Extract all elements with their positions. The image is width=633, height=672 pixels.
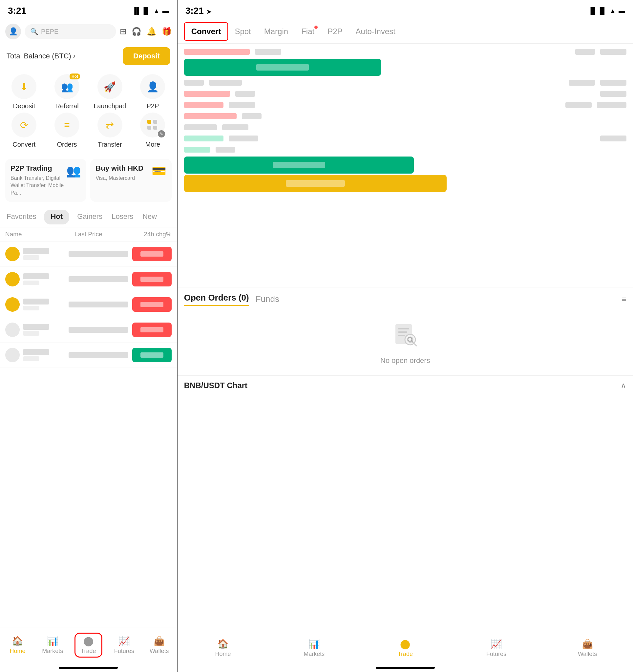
svg-rect-2 xyxy=(398,331,407,333)
coin-name-blur xyxy=(23,349,49,355)
tab-fiat[interactable]: Fiat xyxy=(295,23,321,40)
bottom-nav-right: 🏠 Home 📊 Markets ⬤ Trade 📈 Futures 👜 Wal… xyxy=(178,633,633,667)
tab-favorites[interactable]: Favorites xyxy=(5,210,38,224)
action-p2p[interactable]: 👤 P2P xyxy=(133,74,173,110)
hkd-banner-text: Buy with HKD Visa, Mastercard xyxy=(95,164,143,182)
chart-section[interactable]: BNB/USDT Chart ∧ xyxy=(178,375,633,395)
hkd-banner[interactable]: Buy with HKD Visa, Mastercard 💳 xyxy=(90,159,171,202)
coin-icon xyxy=(5,247,20,261)
table-row[interactable] xyxy=(0,317,177,342)
status-bar-left: 3:21 ▐▌▐▌ ▲ ▬ xyxy=(0,0,177,20)
market-tabs: Favorites Hot Gainers Losers New xyxy=(0,207,177,227)
open-orders-header: Open Orders (0) Funds ≡ xyxy=(184,293,627,306)
fiat-dot xyxy=(314,26,318,29)
change-badge-negative xyxy=(132,247,172,261)
coin-info xyxy=(5,322,65,337)
nav-trade-right[interactable]: ⬤ Trade xyxy=(392,639,418,657)
headset-icon[interactable]: 🎧 xyxy=(132,27,141,36)
deposit-button[interactable]: Deposit xyxy=(123,47,170,65)
nav-futures-label: Futures xyxy=(114,648,134,655)
action-icon-launchpad: 🚀 xyxy=(97,74,122,99)
wallets-icon: 👜 xyxy=(154,635,165,646)
tab-margin[interactable]: Margin xyxy=(258,23,295,40)
table-row[interactable] xyxy=(0,342,177,368)
nav-wallets-label: Wallets xyxy=(150,648,169,655)
tab-p2p[interactable]: P2P xyxy=(321,23,349,40)
action-icon-orders: ≡ xyxy=(54,113,79,138)
futures-icon: 📈 xyxy=(118,635,130,646)
grid-icon[interactable]: ⊞ xyxy=(120,27,126,36)
tab-auto-invest[interactable]: Auto-Invest xyxy=(349,23,402,40)
markets-icon-right: 📊 xyxy=(308,639,320,649)
nav-markets-right[interactable]: 📊 Markets xyxy=(301,639,327,657)
home-icon-right: 🏠 xyxy=(217,639,229,649)
tab-losers[interactable]: Losers xyxy=(110,210,135,224)
chart-title: BNB/USDT Chart xyxy=(184,381,248,390)
wallets-icon-right: 👜 xyxy=(582,639,593,649)
green-buy-bar-2 xyxy=(184,157,414,174)
chevron-up-icon: ∧ xyxy=(620,381,627,390)
coin-name-blur xyxy=(23,273,49,279)
search-icon: 🔍 xyxy=(30,28,39,35)
nav-futures[interactable]: 📈 Futures xyxy=(111,635,137,655)
more-grid-icon xyxy=(147,120,158,130)
home-icon: 🏠 xyxy=(12,635,23,646)
action-deposit[interactable]: ⬇ Deposit xyxy=(4,74,44,110)
coin-icon xyxy=(5,322,20,337)
table-row[interactable] xyxy=(0,241,177,267)
nav-home-right[interactable]: 🏠 Home xyxy=(210,639,236,657)
time-left: 3:21 xyxy=(8,6,26,16)
search-box[interactable]: 🔍 PEPE xyxy=(25,24,116,39)
change-badge-negative xyxy=(132,297,172,312)
open-orders-tab[interactable]: Open Orders (0) xyxy=(184,293,249,306)
action-transfer[interactable]: ⇄ Transfer xyxy=(90,113,130,148)
location-icon: ➤ xyxy=(206,8,211,15)
search-input[interactable]: PEPE xyxy=(41,28,58,35)
action-referral[interactable]: 👥 Hot Referral xyxy=(47,74,87,110)
action-icon-deposit: ⬇ xyxy=(11,74,37,99)
coin-name-blur xyxy=(23,248,49,254)
avatar[interactable]: 👤 xyxy=(5,24,21,39)
open-orders-section: Open Orders (0) Funds ≡ xyxy=(178,287,633,311)
tab-new[interactable]: New xyxy=(141,210,158,224)
gift-icon[interactable]: 🎁 xyxy=(162,27,172,36)
coin-info xyxy=(5,348,65,362)
bell-icon[interactable]: 🔔 xyxy=(147,27,157,36)
tab-spot[interactable]: Spot xyxy=(228,23,257,40)
ob-row xyxy=(178,99,633,111)
price-blur xyxy=(69,327,128,333)
table-row[interactable] xyxy=(0,267,177,292)
nav-trade[interactable]: ⬤ Trade xyxy=(74,633,102,657)
action-convert[interactable]: ⟳ Convert xyxy=(4,113,44,148)
tab-convert[interactable]: Convert xyxy=(184,22,228,41)
markets-icon: 📊 xyxy=(47,635,58,646)
nav-home[interactable]: 🏠 Home xyxy=(4,635,30,655)
tab-hot[interactable]: Hot xyxy=(44,210,69,224)
funds-tab[interactable]: Funds xyxy=(256,294,279,304)
action-orders[interactable]: ≡ Orders xyxy=(47,113,87,148)
tab-gainers[interactable]: Gainers xyxy=(76,210,104,224)
hkd-banner-icon: 💳 xyxy=(151,164,166,178)
change-badge-positive xyxy=(132,348,172,362)
nav-futures-right[interactable]: 📈 Futures xyxy=(483,639,510,657)
nav-wallets[interactable]: 👜 Wallets xyxy=(146,635,172,655)
coin-sub-blur xyxy=(23,306,39,310)
nav-futures-label-right: Futures xyxy=(486,651,506,657)
action-more[interactable]: ✎ More xyxy=(133,113,173,148)
nav-wallets-right[interactable]: 👜 Wallets xyxy=(574,639,601,657)
left-panel: 3:21 ▐▌▐▌ ▲ ▬ 👤 🔍 PEPE ⊞ 🎧 🔔 🎁 Total Bal… xyxy=(0,0,177,672)
convert-icon: ⟳ xyxy=(20,119,28,131)
action-launchpad[interactable]: 🚀 Launchpad xyxy=(90,74,130,110)
action-icon-transfer: ⇄ xyxy=(97,113,122,138)
ob-row xyxy=(178,122,633,133)
table-row[interactable] xyxy=(0,292,177,317)
col-change: 24h chg% xyxy=(116,231,172,238)
nav-markets[interactable]: 📊 Markets xyxy=(39,635,66,655)
p2p-banner-icon: 👥 xyxy=(66,164,81,178)
action-label-referral: Referral xyxy=(55,102,78,110)
spacer xyxy=(178,395,633,633)
orders-list-icon[interactable]: ≡ xyxy=(622,295,627,304)
trade-tabs: Convert Spot Margin Fiat P2P Auto-Invest xyxy=(178,20,633,44)
p2p-banner[interactable]: P2P Trading Bank Transfer, Digital Walle… xyxy=(5,159,86,202)
action-label-more: More xyxy=(145,141,161,148)
